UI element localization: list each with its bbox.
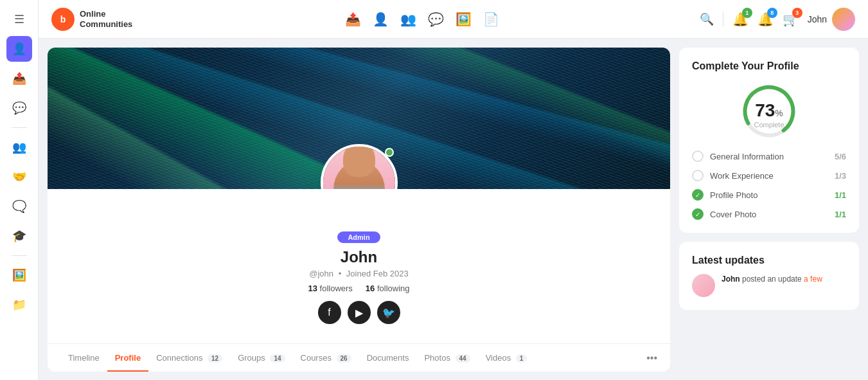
online-status-dot <box>385 148 394 157</box>
friends-icon: 🤝 <box>12 170 26 184</box>
alerts-badge: 8 <box>767 8 777 18</box>
tab-groups[interactable]: Groups 14 <box>230 344 292 372</box>
menu-icon: ☰ <box>14 12 24 26</box>
complete-profile-title: Complete Your Profile <box>692 60 846 72</box>
sidebar-item-media[interactable]: 🖼️ <box>6 262 32 288</box>
tab-profile[interactable]: Profile <box>107 344 148 372</box>
general-label: General Information <box>710 152 828 161</box>
brand-logo[interactable]: b <box>51 8 75 31</box>
top-nav: b OnlineCommunities 📤 👤 👥 💬 🖼️ 📄 🔍 🔔 1 🔔… <box>39 0 868 39</box>
progress-ring-wrap: 73% Complete <box>692 82 846 140</box>
twitter-icon[interactable]: 🐦 <box>377 301 400 324</box>
cart-badge: 3 <box>792 8 802 18</box>
ring-percent: 73% <box>754 100 784 121</box>
sidebar-item-chat[interactable]: 🗨️ <box>6 194 32 219</box>
photo-score: 1/1 <box>835 190 846 200</box>
media-icon: 🖼️ <box>12 268 26 282</box>
youtube-icon[interactable]: ▶ <box>348 301 371 324</box>
profile-meta: @john • Joined Feb 2023 <box>48 269 670 278</box>
nav-icon-media[interactable]: 🖼️ <box>456 12 472 27</box>
general-radio <box>692 150 704 162</box>
nav-icon-people[interactable]: 👥 <box>400 12 416 27</box>
latest-updates-card: Latest updates John posted an update a f… <box>679 242 859 310</box>
social-icons: f ▶ 🐦 <box>48 301 670 324</box>
profile-main: Admin John @john • Joined Feb 2023 13 fo… <box>48 48 670 371</box>
content-area: Admin John @john • Joined Feb 2023 13 fo… <box>39 39 868 380</box>
sidebar-item-messages[interactable]: 💬 <box>6 95 32 121</box>
search-icon[interactable]: 🔍 <box>700 12 714 26</box>
tab-videos[interactable]: Videos 1 <box>478 344 535 372</box>
general-score: 5/6 <box>835 152 846 161</box>
cover-photo <box>48 48 670 189</box>
files-icon: 📁 <box>12 298 26 312</box>
tab-connections[interactable]: Connections 12 <box>148 344 230 372</box>
update-link[interactable]: a few <box>804 275 822 284</box>
profile-separator: • <box>339 269 344 278</box>
tab-timeline[interactable]: Timeline <box>60 344 107 372</box>
groups-badge: 14 <box>270 354 285 363</box>
cover-radio: ✓ <box>692 208 704 220</box>
sidebar-item-upload[interactable]: 📤 <box>6 66 32 91</box>
brand: b OnlineCommunities <box>51 8 132 31</box>
right-panel: Complete Your Profile 73% Complete <box>679 48 859 371</box>
photo-label: Profile Photo <box>710 190 828 200</box>
sidebar-item-menu[interactable]: ☰ <box>6 6 32 32</box>
tab-more-button[interactable]: ••• <box>646 352 657 364</box>
nav-icons: 📤 👤 👥 💬 🖼️ 📄 <box>158 12 686 27</box>
completion-item-cover: ✓ Cover Photo 1/1 <box>692 208 846 220</box>
user-avatar <box>832 8 855 31</box>
sidebar-item-friends[interactable]: 🤝 <box>6 164 32 190</box>
work-radio <box>692 170 704 181</box>
admin-badge: Admin <box>337 231 380 243</box>
cart-icon-wrap[interactable]: 🛒 3 <box>783 12 799 27</box>
facebook-icon[interactable]: f <box>318 301 341 324</box>
nav-icon-docs[interactable]: 📄 <box>483 12 499 27</box>
tab-photos[interactable]: Photos 44 <box>416 344 477 372</box>
completion-item-general: General Information 5/6 <box>692 150 846 162</box>
work-score: 1/3 <box>835 171 846 181</box>
cover-label: Cover Photo <box>710 210 828 219</box>
videos-badge: 1 <box>516 354 527 363</box>
ring-unit: % <box>775 108 783 118</box>
completion-item-photo: ✓ Profile Photo 1/1 <box>692 189 846 201</box>
nav-icon-chat[interactable]: 💬 <box>428 12 444 27</box>
sidebar-item-courses[interactable]: 🎓 <box>6 223 32 249</box>
ring-label: Complete <box>754 121 784 129</box>
upload-icon: 📤 <box>12 71 26 86</box>
sidebar-divider-2 <box>12 255 27 256</box>
ring-center: 73% Complete <box>754 94 784 129</box>
profile-icon: 👤 <box>12 42 26 56</box>
brand-logo-text: b <box>60 14 66 24</box>
update-item: John posted an update a few <box>692 274 846 297</box>
profile-info: Admin John @john • Joined Feb 2023 13 fo… <box>48 189 670 337</box>
profile-avatar-wrap <box>321 144 398 189</box>
sidebar-item-community[interactable]: 👥 <box>6 134 32 160</box>
tab-courses[interactable]: Courses 26 <box>293 344 359 372</box>
followers-stat: 13 followers <box>308 284 352 293</box>
nav-icon-upload[interactable]: 📤 <box>345 12 361 27</box>
following-label: following <box>377 284 410 293</box>
profile-tabs: Timeline Profile Connections 12 Groups 1… <box>48 343 670 372</box>
profile-completion-items: General Information 5/6 Work Experience … <box>692 150 846 220</box>
profile-joined: Joined Feb 2023 <box>346 269 409 278</box>
update-text: John posted an update a few <box>722 274 822 285</box>
user-avatar-image <box>832 8 855 31</box>
sidebar-item-files[interactable]: 📁 <box>6 292 32 318</box>
community-icon: 👥 <box>12 140 26 154</box>
user-name: John <box>808 14 827 24</box>
cover-score: 1/1 <box>835 210 846 219</box>
messages-icon: 💬 <box>12 101 26 115</box>
courses-badge: 26 <box>337 354 351 363</box>
nav-divider <box>723 12 723 27</box>
following-count: 16 <box>366 284 375 293</box>
alerts-icon-wrap[interactable]: 🔔 8 <box>757 12 774 27</box>
notifications-badge: 1 <box>742 8 752 18</box>
nav-icon-profile[interactable]: 👤 <box>373 12 389 27</box>
sidebar-item-profile[interactable]: 👤 <box>6 36 32 62</box>
user-info[interactable]: John <box>808 8 855 31</box>
following-stat: 16 following <box>366 284 410 293</box>
notifications-icon-wrap[interactable]: 🔔 1 <box>732 12 748 27</box>
tab-documents[interactable]: Documents <box>359 344 417 372</box>
update-user: John <box>722 275 740 284</box>
work-label: Work Experience <box>710 171 828 181</box>
